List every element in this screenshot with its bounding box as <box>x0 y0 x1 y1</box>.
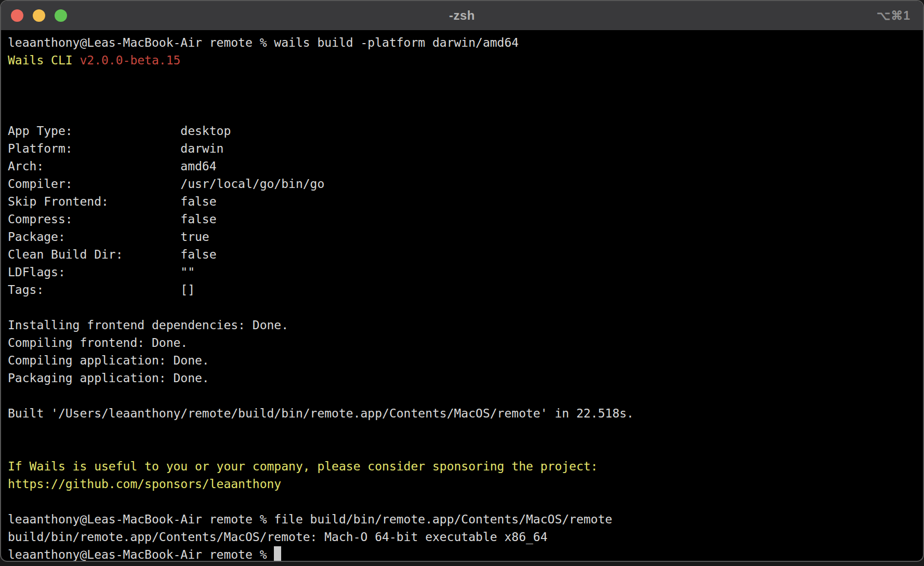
terminal-line: leaanthony@Leas-MacBook-Air remote % fil… <box>8 510 918 528</box>
terminal-line: Packaging application: Done. <box>8 369 918 387</box>
terminal-line: Compiling application: Done. <box>8 352 918 369</box>
terminal-line <box>8 387 918 405</box>
terminal-line: Compress: false <box>8 210 918 228</box>
terminal-line: Platform: darwin <box>8 140 918 157</box>
terminal-window: -zsh ⌥⌘1 leaanthony@Leas-MacBook-Air rem… <box>0 0 924 562</box>
terminal-line: If Wails is useful to you or your compan… <box>8 457 918 475</box>
terminal-cursor <box>274 546 281 562</box>
terminal-line <box>8 87 918 104</box>
terminal-line: leaanthony@Leas-MacBook-Air remote % wai… <box>8 34 918 51</box>
terminal-line: Compiling frontend: Done. <box>8 334 918 352</box>
terminal-line <box>8 69 918 87</box>
terminal-line: https://github.com/sponsors/leaanthony <box>8 475 918 493</box>
terminal-line: App Type: desktop <box>8 122 918 140</box>
terminal-line: Wails CLI v2.0.0-beta.15 <box>8 51 918 69</box>
window-titlebar[interactable]: -zsh ⌥⌘1 <box>1 1 923 31</box>
terminal-line: Package: true <box>8 228 918 246</box>
terminal-line <box>8 493 918 510</box>
terminal-line: Skip Frontend: false <box>8 193 918 210</box>
terminal-line <box>8 299 918 316</box>
terminal-line <box>8 422 918 440</box>
terminal-line: Installing frontend dependencies: Done. <box>8 316 918 334</box>
terminal-line: build/bin/remote.app/Contents/MacOS/remo… <box>8 528 918 546</box>
terminal-line: LDFlags: "" <box>8 263 918 281</box>
terminal-line: leaanthony@Leas-MacBook-Air remote % <box>8 546 918 562</box>
terminal-line: Arch: amd64 <box>8 157 918 175</box>
terminal-line: Clean Build Dir: false <box>8 246 918 263</box>
terminal-screen[interactable]: leaanthony@Leas-MacBook-Air remote % wai… <box>1 31 923 562</box>
terminal-line: Tags: [] <box>8 281 918 299</box>
window-title: -zsh <box>1 8 923 23</box>
terminal-line <box>8 104 918 122</box>
terminal-line: Compiler: /usr/local/go/bin/go <box>8 175 918 193</box>
tab-shortcut-label: ⌥⌘1 <box>877 9 910 23</box>
terminal-line <box>8 440 918 457</box>
terminal-line: Built '/Users/leaanthony/remote/build/bi… <box>8 405 918 422</box>
